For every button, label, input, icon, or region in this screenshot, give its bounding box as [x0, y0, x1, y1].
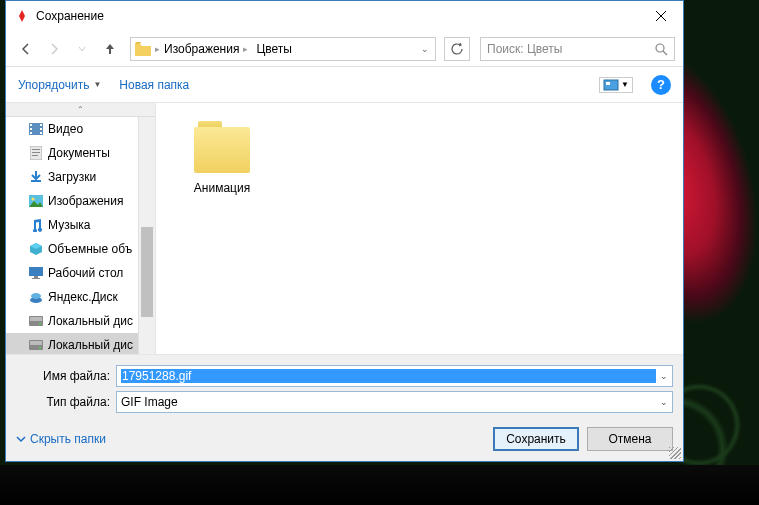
- chevron-down-icon: [16, 434, 26, 444]
- sidebar-scrollbar[interactable]: [138, 117, 155, 354]
- filetype-select[interactable]: GIF Image ⌄: [116, 391, 673, 413]
- recent-dropdown[interactable]: [70, 37, 94, 61]
- view-options[interactable]: ▼: [599, 77, 633, 93]
- resize-grip[interactable]: [669, 447, 681, 459]
- organize-menu[interactable]: Упорядочить▼: [18, 78, 101, 92]
- breadcrumb-bar[interactable]: ▸ Изображения▸ Цветы ⌄: [130, 37, 436, 61]
- nav-row: ▸ Изображения▸ Цветы ⌄ Поиск: Цветы: [6, 31, 683, 67]
- back-button[interactable]: [14, 37, 38, 61]
- svg-rect-7: [40, 124, 42, 126]
- sidebar-item-desktop[interactable]: Рабочий стол: [6, 261, 155, 285]
- svg-point-26: [39, 347, 41, 349]
- sidebar-item-yandexdisk[interactable]: Яндекс.Диск: [6, 285, 155, 309]
- svg-rect-2: [606, 82, 610, 85]
- svg-rect-4: [30, 124, 32, 126]
- document-icon: [28, 145, 44, 161]
- close-button[interactable]: [638, 1, 683, 31]
- sidebar-item-music[interactable]: Музыка: [6, 213, 155, 237]
- sidebar-item-3d[interactable]: Объемные объ: [6, 237, 155, 261]
- taskbar[interactable]: [0, 465, 759, 505]
- sidebar-item-video[interactable]: Видео: [6, 117, 155, 141]
- desktop-icon: [28, 265, 44, 281]
- folder-label: Анимация: [174, 181, 270, 195]
- svg-rect-5: [30, 128, 32, 130]
- sidebar-list: Видео Документы Загрузки Изображения Муз…: [6, 117, 155, 354]
- sidebar-item-documents[interactable]: Документы: [6, 141, 155, 165]
- forward-button[interactable]: [42, 37, 66, 61]
- titlebar: Сохранение: [6, 1, 683, 31]
- breadcrumb-segment[interactable]: Цветы: [252, 38, 296, 60]
- video-icon: [28, 121, 44, 137]
- up-button[interactable]: [98, 37, 122, 61]
- dialog-title: Сохранение: [36, 9, 638, 23]
- scrollbar-thumb[interactable]: [141, 227, 153, 317]
- sidebar-item-drive[interactable]: Локальный дис: [6, 333, 155, 354]
- chevron-down-icon[interactable]: ⌄: [656, 371, 668, 381]
- svg-rect-9: [40, 132, 42, 134]
- breadcrumb-segment[interactable]: Изображения▸: [160, 38, 252, 60]
- download-icon: [28, 169, 44, 185]
- bottom-panel: Имя файла: 17951288.gif ⌄ Тип файла: GIF…: [6, 354, 683, 461]
- svg-rect-8: [40, 128, 42, 130]
- toolbar: Упорядочить▼ Новая папка ▼ ?: [6, 67, 683, 103]
- search-placeholder: Поиск: Цветы: [487, 42, 654, 56]
- file-list[interactable]: Анимация: [156, 103, 683, 354]
- yandex-icon: [14, 8, 30, 24]
- search-input[interactable]: Поиск: Цветы: [480, 37, 675, 61]
- drive-icon: [28, 313, 44, 329]
- svg-rect-11: [32, 149, 40, 150]
- svg-rect-25: [30, 341, 42, 345]
- sidebar-item-downloads[interactable]: Загрузки: [6, 165, 155, 189]
- svg-point-0: [656, 44, 664, 52]
- hide-folders-button[interactable]: Скрыть папки: [16, 432, 106, 446]
- filename-label: Имя файла:: [16, 369, 116, 383]
- folder-icon: [133, 39, 153, 59]
- sidebar-item-pictures[interactable]: Изображения: [6, 189, 155, 213]
- svg-rect-16: [29, 267, 43, 276]
- filename-input[interactable]: 17951288.gif ⌄: [116, 365, 673, 387]
- svg-rect-13: [32, 155, 38, 156]
- cube-icon: [28, 241, 44, 257]
- sidebar-item-drive[interactable]: Локальный дис: [6, 309, 155, 333]
- new-folder-button[interactable]: Новая папка: [119, 78, 189, 92]
- body-area: ⌃ Видео Документы Загрузки Изображения М…: [6, 103, 683, 354]
- yadisk-icon: [28, 289, 44, 305]
- svg-point-15: [32, 198, 35, 201]
- help-button[interactable]: ?: [651, 75, 671, 95]
- music-icon: [28, 217, 44, 233]
- save-dialog: Сохранение ▸ Изображения▸ Цветы ⌄: [5, 0, 684, 462]
- svg-rect-18: [32, 278, 40, 279]
- svg-rect-17: [34, 276, 38, 278]
- breadcrumb-expand[interactable]: ⌄: [415, 44, 435, 54]
- svg-rect-12: [32, 152, 40, 153]
- chevron-down-icon[interactable]: ⌄: [656, 397, 668, 407]
- cancel-button[interactable]: Отмена: [587, 427, 673, 451]
- svg-rect-22: [30, 317, 42, 321]
- filetype-label: Тип файла:: [16, 395, 116, 409]
- folder-icon: [190, 121, 254, 173]
- drive-icon: [28, 337, 44, 353]
- svg-point-23: [39, 323, 41, 325]
- search-icon: [654, 42, 668, 56]
- svg-point-20: [31, 293, 41, 299]
- sidebar-scroll-up[interactable]: ⌃: [6, 103, 155, 117]
- pictures-icon: [28, 193, 44, 209]
- folder-item[interactable]: Анимация: [174, 121, 270, 336]
- sidebar: ⌃ Видео Документы Загрузки Изображения М…: [6, 103, 156, 354]
- save-button[interactable]: Сохранить: [493, 427, 579, 451]
- refresh-button[interactable]: [444, 37, 470, 61]
- svg-rect-6: [30, 132, 32, 134]
